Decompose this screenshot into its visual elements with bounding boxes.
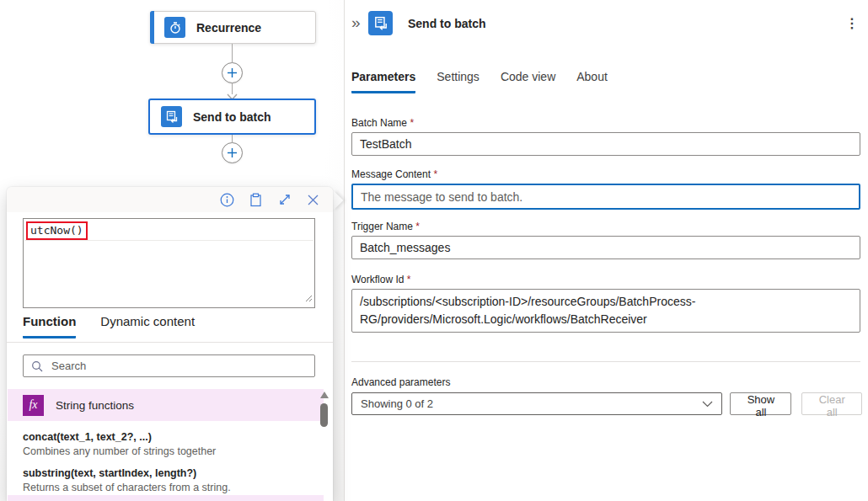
chevron-down-icon [702,401,713,408]
section-divider [351,361,860,362]
connector-line [232,44,233,62]
node-recurrence[interactable]: Recurrence [150,11,316,44]
copy-icon[interactable] [248,192,264,208]
tab-parameters[interactable]: Parameters [351,70,415,93]
show-all-button[interactable]: Show all [730,392,791,415]
collapse-panel-icon[interactable]: » [350,13,362,32]
plus-icon [227,67,238,78]
batch-icon [161,106,182,127]
batch-name-input[interactable] [351,132,860,156]
expand-icon[interactable] [276,192,292,208]
plus-icon [227,147,238,158]
tab-dynamic-content[interactable]: Dynamic content [100,314,195,338]
function-search-box[interactable] [23,354,315,377]
field-message-content: Message Content * [351,168,860,210]
operation-details-panel: » Send to batch ⋮ Parameters Settings Co… [345,0,868,501]
tab-settings[interactable]: Settings [437,70,480,93]
required-asterisk: * [410,117,414,129]
advanced-parameters-section: Advanced parameters Showing 0 of 2 Show … [351,376,862,415]
advanced-parameters-dropdown[interactable]: Showing 0 of 2 [351,392,722,415]
tab-code-view[interactable]: Code view [501,70,555,93]
expression-editor-toolbar [7,187,333,212]
search-icon [31,360,43,372]
required-asterisk: * [415,221,420,232]
expression-editor-tabs: Function Dynamic content [23,314,195,338]
fx-icon: fx [23,395,44,416]
more-menu-icon[interactable]: ⋮ [841,13,863,33]
clear-all-button[interactable]: Clear all [801,392,862,415]
node-send-to-batch-label: Send to batch [193,110,271,124]
dropdown-value: Showing 0 of 2 [361,397,702,410]
function-description: Combines any number of strings together [23,445,308,459]
resize-handle-icon[interactable] [304,290,313,306]
function-item-concat[interactable]: concat(text_1, text_2?, ...) Combines an… [23,430,308,459]
panel-title: Send to batch [408,17,486,30]
batch-icon [368,11,393,35]
next-category-partial [8,495,324,501]
expression-line: utcNow() [24,221,313,241]
tab-function[interactable]: Function [23,314,76,338]
panel-header: » Send to batch ⋮ [345,0,868,47]
expression-input[interactable]: utcNow() [23,218,315,308]
timer-icon [164,17,185,38]
expression-token[interactable]: utcNow() [26,221,88,240]
insert-step-button-bottom[interactable] [222,142,243,163]
function-item-substring[interactable]: substring(text, startIndex, length?) Ret… [23,466,308,495]
advanced-parameters-label: Advanced parameters [351,376,862,388]
expression-editor-popup: utcNow() Function Dynamic content fx Str… [7,187,333,501]
workflow-id-input[interactable]: /subscriptions/<subscription-ID>/resourc… [351,289,860,333]
info-icon[interactable] [219,192,235,208]
function-signature: substring(text, startIndex, length?) [23,466,308,481]
search-input[interactable] [51,360,314,372]
batch-name-label: Batch Name [351,117,407,129]
scrollbar-thumb[interactable] [320,403,328,427]
message-content-label: Message Content [351,168,431,180]
panel-tabs: Parameters Settings Code view About [351,70,608,93]
required-asterisk: * [433,168,437,180]
message-content-input[interactable] [351,184,860,210]
tab-about[interactable]: About [576,70,608,93]
scroll-up-arrow-icon[interactable] [320,392,329,398]
node-send-to-batch[interactable]: Send to batch [148,99,316,135]
category-string-functions[interactable]: fx String functions [8,389,324,421]
function-signature: concat(text_1, text_2?, ...) [23,430,308,445]
insert-step-button-top[interactable] [222,62,243,83]
trigger-name-label: Trigger Name [351,221,413,232]
function-description: Returns a subset of characters from a st… [23,481,308,495]
field-workflow-id: Workflow Id * /subscriptions/<subscripti… [351,274,860,333]
function-list-scrollbar[interactable] [319,392,329,497]
required-asterisk: * [407,274,411,285]
field-trigger-name: Trigger Name * [351,221,860,259]
trigger-accent-bar [150,11,154,44]
category-label: String functions [56,399,134,412]
close-icon[interactable] [305,192,321,208]
field-batch-name: Batch Name * [351,117,860,156]
node-recurrence-label: Recurrence [196,21,261,35]
tabs-divider [7,342,333,343]
workflow-id-label: Workflow Id [351,274,404,285]
connector-line [232,135,233,142]
trigger-name-input[interactable] [351,236,860,259]
